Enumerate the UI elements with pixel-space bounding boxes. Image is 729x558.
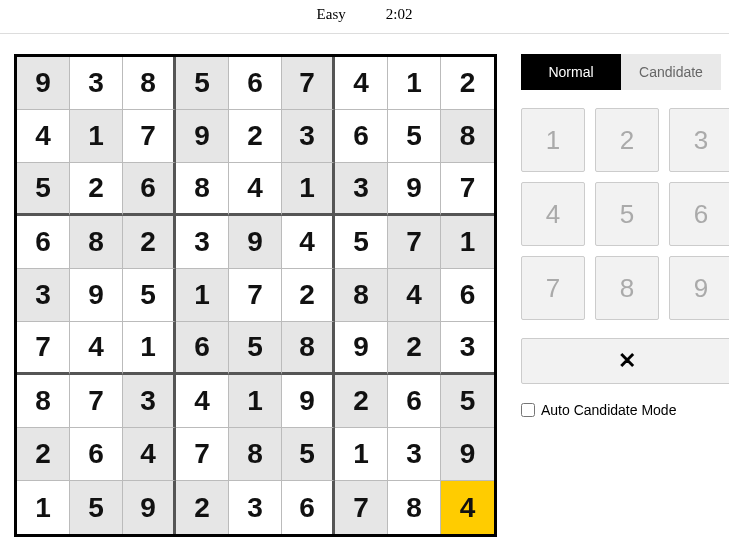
- cell[interactable]: 3: [441, 322, 494, 375]
- cell[interactable]: 1: [441, 216, 494, 269]
- cell[interactable]: 8: [229, 428, 282, 481]
- cell[interactable]: 3: [176, 216, 229, 269]
- cell[interactable]: 4: [123, 428, 176, 481]
- cell[interactable]: 1: [17, 481, 70, 534]
- auto-candidate-checkbox[interactable]: [521, 403, 535, 417]
- key-5[interactable]: 5: [595, 182, 659, 246]
- mode-tabs: Normal Candidate: [521, 54, 721, 90]
- auto-candidate[interactable]: Auto Candidate Mode: [521, 402, 721, 418]
- sidebar: Normal Candidate 123456789 ✕ Auto Candid…: [521, 54, 721, 537]
- key-1[interactable]: 1: [521, 108, 585, 172]
- cell[interactable]: 6: [229, 57, 282, 110]
- cell[interactable]: 7: [17, 322, 70, 375]
- cell[interactable]: 3: [17, 269, 70, 322]
- cell[interactable]: 4: [176, 375, 229, 428]
- cell[interactable]: 6: [123, 163, 176, 216]
- cell[interactable]: 9: [282, 375, 335, 428]
- cell[interactable]: 8: [335, 269, 388, 322]
- cell[interactable]: 2: [70, 163, 123, 216]
- cell[interactable]: 7: [335, 481, 388, 534]
- cell[interactable]: 9: [441, 428, 494, 481]
- key-9[interactable]: 9: [669, 256, 729, 320]
- cell[interactable]: 8: [441, 110, 494, 163]
- cell[interactable]: 8: [282, 322, 335, 375]
- cell[interactable]: 9: [229, 216, 282, 269]
- cell[interactable]: 5: [229, 322, 282, 375]
- key-6[interactable]: 6: [669, 182, 729, 246]
- cell[interactable]: 3: [388, 428, 441, 481]
- cell[interactable]: 5: [441, 375, 494, 428]
- cell[interactable]: 2: [123, 216, 176, 269]
- cell[interactable]: 2: [229, 110, 282, 163]
- cell[interactable]: 7: [282, 57, 335, 110]
- cell[interactable]: 5: [282, 428, 335, 481]
- cell[interactable]: 1: [176, 269, 229, 322]
- cell[interactable]: 8: [70, 216, 123, 269]
- cell[interactable]: 5: [123, 269, 176, 322]
- tab-candidate[interactable]: Candidate: [621, 54, 721, 90]
- cell[interactable]: 1: [335, 428, 388, 481]
- cell[interactable]: 2: [282, 269, 335, 322]
- cell[interactable]: 1: [229, 375, 282, 428]
- key-7[interactable]: 7: [521, 256, 585, 320]
- cell[interactable]: 9: [70, 269, 123, 322]
- cell[interactable]: 5: [70, 481, 123, 534]
- cell[interactable]: 7: [123, 110, 176, 163]
- cell[interactable]: 4: [70, 322, 123, 375]
- cell[interactable]: 6: [441, 269, 494, 322]
- cell[interactable]: 2: [176, 481, 229, 534]
- cell[interactable]: 4: [229, 163, 282, 216]
- key-8[interactable]: 8: [595, 256, 659, 320]
- cell[interactable]: 2: [17, 428, 70, 481]
- cell[interactable]: 2: [441, 57, 494, 110]
- cell[interactable]: 5: [335, 216, 388, 269]
- cell[interactable]: 9: [388, 163, 441, 216]
- timer: 2:02: [386, 6, 413, 23]
- cell[interactable]: 1: [282, 163, 335, 216]
- cell[interactable]: 9: [176, 110, 229, 163]
- key-3[interactable]: 3: [669, 108, 729, 172]
- cell[interactable]: 1: [123, 322, 176, 375]
- tab-normal[interactable]: Normal: [521, 54, 621, 90]
- sudoku-board: 9385674124179236585268413976823945713951…: [14, 54, 497, 537]
- cell[interactable]: 3: [335, 163, 388, 216]
- cell[interactable]: 3: [123, 375, 176, 428]
- cell[interactable]: 2: [335, 375, 388, 428]
- cell[interactable]: 3: [70, 57, 123, 110]
- cell[interactable]: 4: [441, 481, 494, 534]
- cell[interactable]: 4: [282, 216, 335, 269]
- cell[interactable]: 5: [388, 110, 441, 163]
- cell[interactable]: 4: [388, 269, 441, 322]
- cell[interactable]: 9: [17, 57, 70, 110]
- cell[interactable]: 3: [282, 110, 335, 163]
- key-4[interactable]: 4: [521, 182, 585, 246]
- cell[interactable]: 8: [17, 375, 70, 428]
- cell[interactable]: 9: [335, 322, 388, 375]
- cell[interactable]: 7: [176, 428, 229, 481]
- cell[interactable]: 6: [282, 481, 335, 534]
- cell[interactable]: 5: [176, 57, 229, 110]
- keypad: 123456789: [521, 108, 721, 320]
- cell[interactable]: 4: [335, 57, 388, 110]
- cell[interactable]: 6: [388, 375, 441, 428]
- cell[interactable]: 1: [388, 57, 441, 110]
- cell[interactable]: 1: [70, 110, 123, 163]
- clear-button[interactable]: ✕: [521, 338, 729, 384]
- cell[interactable]: 6: [70, 428, 123, 481]
- cell[interactable]: 2: [388, 322, 441, 375]
- cell[interactable]: 6: [335, 110, 388, 163]
- key-2[interactable]: 2: [595, 108, 659, 172]
- cell[interactable]: 5: [17, 163, 70, 216]
- cell[interactable]: 7: [441, 163, 494, 216]
- cell[interactable]: 7: [229, 269, 282, 322]
- cell[interactable]: 7: [70, 375, 123, 428]
- cell[interactable]: 9: [123, 481, 176, 534]
- cell[interactable]: 6: [17, 216, 70, 269]
- cell[interactable]: 8: [388, 481, 441, 534]
- cell[interactable]: 8: [176, 163, 229, 216]
- cell[interactable]: 7: [388, 216, 441, 269]
- cell[interactable]: 3: [229, 481, 282, 534]
- cell[interactable]: 6: [176, 322, 229, 375]
- cell[interactable]: 8: [123, 57, 176, 110]
- cell[interactable]: 4: [17, 110, 70, 163]
